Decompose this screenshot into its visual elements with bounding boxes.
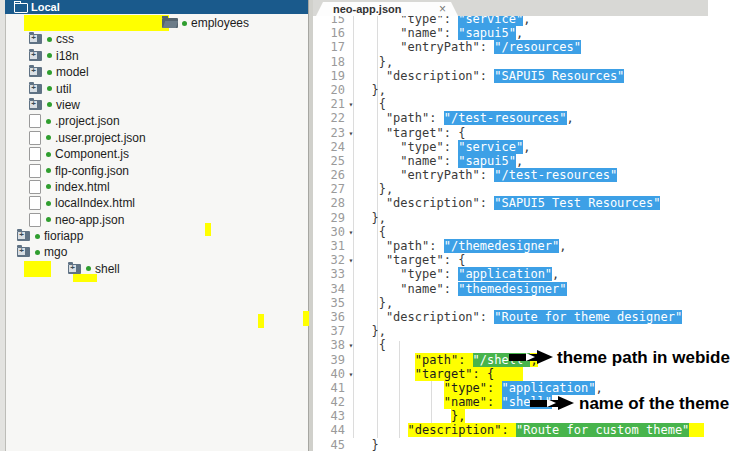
code-line-37[interactable]: 37 }, bbox=[313, 324, 704, 338]
tree-item-shell[interactable]: +shell bbox=[6, 261, 308, 277]
expand-plus-icon[interactable]: + bbox=[18, 232, 25, 239]
token: } bbox=[357, 438, 379, 451]
code-lines[interactable]: 15 "type": "service",16 "name": "sapui5"… bbox=[313, 12, 704, 451]
selected-token: "Route for theme designer" bbox=[494, 310, 682, 324]
code-line-41[interactable]: 41 "type": "application", bbox=[313, 381, 704, 395]
workspace-root-header[interactable]: Local bbox=[5, 0, 308, 14]
fold-arrow-icon[interactable]: ▾ bbox=[345, 225, 357, 239]
expand-plus-icon[interactable]: + bbox=[30, 68, 37, 75]
code-text: "target": { bbox=[357, 253, 465, 267]
tree-item-fioriapp[interactable]: +fioriapp bbox=[6, 228, 308, 244]
expand-plus-icon[interactable]: + bbox=[18, 248, 25, 255]
expand-plus-icon[interactable]: + bbox=[30, 101, 37, 108]
tree-item-index-html[interactable]: index.html bbox=[6, 179, 308, 195]
tree-item-label: i18n bbox=[56, 49, 79, 63]
tree-item-component-js[interactable]: Component.js bbox=[6, 146, 308, 162]
expand-plus-icon[interactable]: + bbox=[30, 85, 37, 92]
code-line-40[interactable]: 40▾ "target": { bbox=[313, 367, 704, 381]
tree-item--project-json[interactable]: .project.json bbox=[6, 113, 308, 129]
project-explorer-panel: Local employees+css+i18n+model+util+view… bbox=[0, 0, 308, 451]
line-number: 29 bbox=[313, 211, 345, 225]
token: "description": bbox=[357, 69, 494, 83]
code-line-33[interactable]: 33 "type": "application", bbox=[313, 267, 704, 281]
code-line-22[interactable]: 22 "path": "/test-resources", bbox=[313, 111, 704, 125]
code-line-25[interactable]: 25 "name": "sapui5", bbox=[313, 154, 704, 168]
code-line-36[interactable]: 36 "description": "Route for theme desig… bbox=[313, 310, 704, 324]
code-text: "path": "/themedesigner", bbox=[357, 239, 567, 253]
selected-token: "/test-resources" bbox=[494, 168, 617, 182]
token: }, bbox=[357, 55, 393, 69]
token: }, bbox=[357, 83, 386, 97]
code-line-29[interactable]: 29 }, bbox=[313, 211, 704, 225]
code-line-23[interactable]: 23▾ "target": { bbox=[313, 126, 704, 140]
selected-token: "SAPUI5 Resources" bbox=[494, 69, 624, 83]
code-line-17[interactable]: 17 "entryPath": "/resources" bbox=[313, 40, 704, 54]
tree-item-flp-config-json[interactable]: flp-config.json bbox=[6, 163, 308, 179]
fold-gutter bbox=[345, 69, 357, 83]
tree-item-localindex-html[interactable]: localIndex.html bbox=[6, 195, 308, 211]
tree-item-mgo[interactable]: +mgo bbox=[6, 244, 308, 260]
annotation-name-note: name of the theme bbox=[579, 394, 729, 414]
file-icon bbox=[29, 114, 41, 128]
line-number: 44 bbox=[313, 423, 345, 437]
tree-item-neo-app-json[interactable]: neo-app.json bbox=[6, 212, 308, 228]
fold-gutter bbox=[345, 40, 357, 54]
tab-neo-app-json[interactable]: neo-app.json × bbox=[316, 2, 458, 16]
code-editor[interactable]: 15 "type": "service",16 "name": "sapui5"… bbox=[313, 0, 750, 451]
code-line-34[interactable]: 34 "name": "themedesigner" bbox=[313, 282, 704, 296]
code-line-21[interactable]: 21▾ { bbox=[313, 97, 704, 111]
code-line-18[interactable]: 18 }, bbox=[313, 55, 704, 69]
code-line-28[interactable]: 28 "description": "SAPUI5 Test Resources… bbox=[313, 196, 704, 210]
line-number: 31 bbox=[313, 239, 345, 253]
tree-item--user-project-json[interactable]: .user.project.json bbox=[6, 130, 308, 146]
code-line-26[interactable]: 26 "entryPath": "/test-resources" bbox=[313, 168, 704, 182]
code-line-16[interactable]: 16 "name": "sapui5", bbox=[313, 26, 704, 40]
expand-plus-icon[interactable]: + bbox=[30, 52, 37, 59]
selected-token: "/test-resources" bbox=[444, 111, 567, 125]
folder-icon: + bbox=[17, 247, 30, 257]
line-number: 30 bbox=[313, 225, 345, 239]
selected-token: "/resources" bbox=[494, 40, 581, 54]
expand-plus-icon[interactable]: + bbox=[30, 35, 37, 42]
code-line-44[interactable]: 44 "description": "Route for custom them… bbox=[313, 423, 704, 437]
stray-highlight-mark bbox=[303, 311, 309, 326]
fold-gutter bbox=[345, 168, 357, 182]
line-number: 17 bbox=[313, 40, 345, 54]
tree-item-employees[interactable]: employees bbox=[6, 15, 308, 31]
modified-dot-icon bbox=[46, 201, 51, 206]
tree-item-view[interactable]: +view bbox=[6, 97, 308, 113]
line-number: 32 bbox=[313, 253, 345, 267]
token: , bbox=[552, 267, 559, 281]
code-text: "type": "application", bbox=[357, 381, 603, 395]
expand-plus-icon[interactable]: + bbox=[69, 265, 76, 272]
code-line-19[interactable]: 19 "description": "SAPUI5 Resources" bbox=[313, 69, 704, 83]
tree-item-i18n[interactable]: +i18n bbox=[6, 48, 308, 64]
tree-item-label: mgo bbox=[44, 245, 67, 259]
fold-gutter bbox=[345, 211, 357, 225]
tree-item-util[interactable]: +util bbox=[6, 81, 308, 97]
code-line-31[interactable]: 31 "path": "/themedesigner", bbox=[313, 239, 704, 253]
fold-gutter bbox=[345, 83, 357, 97]
token: "path": bbox=[357, 239, 444, 253]
fold-arrow-icon[interactable]: ▾ bbox=[345, 367, 357, 381]
fold-arrow-icon[interactable]: ▾ bbox=[345, 253, 357, 267]
code-line-35[interactable]: 35 }, bbox=[313, 296, 704, 310]
token: "type": bbox=[357, 140, 458, 154]
code-text: }, bbox=[357, 296, 393, 310]
highlighted-token: "type": bbox=[444, 381, 502, 395]
fold-arrow-icon[interactable]: ▾ bbox=[345, 126, 357, 140]
token: "entryPath": bbox=[357, 40, 494, 54]
code-text: "description": "SAPUI5 Resources" bbox=[357, 69, 624, 83]
code-line-24[interactable]: 24 "type": "service", bbox=[313, 140, 704, 154]
code-text: }, bbox=[357, 324, 386, 338]
tree-item-model[interactable]: +model bbox=[6, 64, 308, 80]
fold-arrow-icon[interactable]: ▾ bbox=[345, 97, 357, 111]
code-line-30[interactable]: 30▾ { bbox=[313, 225, 704, 239]
code-line-45[interactable]: 45 } bbox=[313, 438, 704, 451]
close-icon[interactable]: × bbox=[439, 2, 446, 16]
fold-arrow-icon[interactable]: ▾ bbox=[345, 338, 357, 352]
code-line-27[interactable]: 27 }, bbox=[313, 182, 704, 196]
code-line-20[interactable]: 20 }, bbox=[313, 83, 704, 97]
tree-item-css[interactable]: +css bbox=[6, 31, 308, 47]
code-line-32[interactable]: 32▾ "target": { bbox=[313, 253, 704, 267]
